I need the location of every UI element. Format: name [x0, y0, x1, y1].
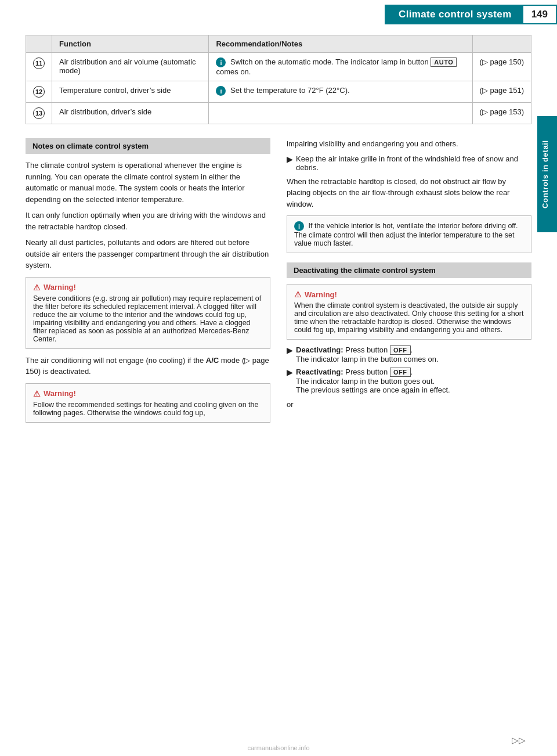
bullet-deact1-content: Deactivating: Press button OFF. The indi… — [296, 345, 439, 363]
warning-text-1: Severe conditions (e.g. strong air pollu… — [33, 294, 261, 343]
sidebar-label: Controls in detail — [537, 116, 557, 232]
bullet-keep-grille: ▶ Keep the air intake grille in front of… — [287, 154, 531, 172]
deact1-text: Press button — [345, 345, 388, 354]
table-row: 13 Air distribution, driver’s side (▷ pa… — [26, 103, 531, 124]
bullet-deactivating: ▶ Deactivating: Press button OFF. The in… — [287, 345, 531, 363]
table-cell-function-12: Temperature control, driver’s side — [52, 81, 209, 103]
table-cell-rec-11: i Switch on the automatic mode. The indi… — [209, 53, 472, 81]
warning-title-1: ⚠ Warning! — [33, 283, 263, 292]
warning-title-deact: ⚠ Warning! — [294, 290, 524, 299]
table-header-recommendation: Recommendation/Notes — [209, 35, 472, 53]
para-4-ac: A/C — [206, 356, 219, 365]
circle-num-13: 13 — [33, 107, 45, 119]
info-icon: i — [216, 86, 226, 96]
rec-text-11: Switch on the automatic mode. The indica… — [230, 57, 429, 66]
deact2-label: Reactivating: — [296, 368, 343, 376]
warning-box-2: ⚠ Warning! Follow the recommended settin… — [26, 383, 270, 423]
warning-box-deact: ⚠ Warning! When the climate control syst… — [287, 284, 531, 340]
rec-text-12: Set the temperature to 72°F (22°C). — [230, 86, 350, 95]
deact2-sub2: The previous settings are once again in … — [296, 386, 450, 394]
or-text: or — [287, 399, 531, 411]
bullet-arrow-1: ▶ — [287, 155, 292, 164]
rec-text-11-end: comes on. — [216, 67, 251, 76]
warning-icon-deact: ⚠ — [294, 290, 302, 299]
table-header-function: Function — [52, 35, 209, 53]
para-2: It can only function optimally when you … — [26, 210, 270, 232]
off-button-label-2: OFF — [390, 368, 411, 377]
table-row: 12 Temperature control, driver’s side i … — [26, 81, 531, 103]
table-cell-num: 12 — [26, 81, 52, 103]
para-retractable: When the retractable hardtop is closed, … — [287, 176, 531, 210]
info-box-ventilate: i If the vehicle interior is hot, ventil… — [287, 215, 531, 253]
left-column: Notes on climate control system The clim… — [26, 138, 270, 429]
table-cell-rec-13 — [209, 103, 472, 124]
table-cell-rec-12: i Set the temperature to 72°F (22°C). — [209, 81, 472, 103]
two-col-section: Notes on climate control system The clim… — [26, 138, 531, 429]
table-cell-num: 11 — [26, 53, 52, 81]
deact1-sub: The indicator lamp in the button comes o… — [296, 355, 439, 363]
table-cell-page-12: (▷ page 151) — [472, 81, 531, 103]
warning-box-1: ⚠ Warning! Severe conditions (e.g. stron… — [26, 277, 270, 349]
warning-title-2: ⚠ Warning! — [33, 389, 263, 398]
watermark: carmanualsonline.info — [0, 744, 557, 751]
page-number: 149 — [522, 5, 557, 24]
notes-heading: Notes on climate control system — [26, 138, 270, 154]
warning-icon-1: ⚠ — [33, 283, 41, 292]
footer-arrows: ▷▷ — [512, 735, 526, 745]
bullet-arrow-deact2: ▶ — [287, 368, 292, 377]
table-cell-page-13: (▷ page 153) — [472, 103, 531, 124]
info-box-text: If the vehicle interior is hot, ventilat… — [294, 222, 518, 247]
para-3: Nearly all dust particles, pollutants an… — [26, 237, 270, 271]
deactivate-heading: Deactivating the climate control system — [287, 262, 531, 278]
right-para-top: impairing visibility and endangering you… — [287, 138, 531, 150]
bullet-deact2-content: Reactivating: Press button OFF. The indi… — [296, 368, 450, 394]
header: Climate control system 149 — [0, 0, 557, 24]
bullet-arrow-deact1: ▶ — [287, 346, 292, 355]
deact1-end: . — [411, 345, 413, 354]
para-4-pre: The air conditioning will not engage (no… — [26, 356, 206, 365]
right-column: impairing visibility and endangering you… — [287, 138, 531, 429]
table-row: 11 Air distribution and air volume (auto… — [26, 53, 531, 81]
auto-button-label: AUTO — [431, 57, 457, 67]
info-icon-ventilate: i — [294, 221, 304, 231]
functions-table: Function Recommendation/Notes 11 Air dis… — [26, 35, 531, 124]
warning-text-2: Follow the recommended settings for heat… — [33, 401, 258, 417]
bullet-reactivating: ▶ Reactivating: Press button OFF. The in… — [287, 368, 531, 394]
table-cell-num: 13 — [26, 103, 52, 124]
bullet-text-1: Keep the air intake grille in front of t… — [296, 154, 531, 172]
table-header-page — [472, 35, 531, 53]
circle-num-12: 12 — [33, 86, 45, 98]
main-content: Function Recommendation/Notes 11 Air dis… — [0, 24, 557, 442]
circle-num-11: 11 — [33, 57, 45, 69]
para-1: The climate control system is operationa… — [26, 160, 270, 205]
table-cell-function-13: Air distribution, driver’s side — [52, 103, 209, 124]
off-button-label-1: OFF — [390, 345, 411, 355]
para-4: The air conditioning will not engage (no… — [26, 355, 270, 377]
deact2-end: . — [411, 368, 413, 376]
table-cell-page-11: (▷ page 150) — [472, 53, 531, 81]
page-title: Climate control system — [385, 5, 522, 24]
table-header-num — [26, 35, 52, 53]
deact2-sub1: The indicator lamp in the button goes ou… — [296, 377, 435, 386]
deact2-text: Press button — [345, 368, 388, 376]
warning-icon-2: ⚠ — [33, 389, 41, 398]
warning-text-deact: When the climate control system is deact… — [294, 301, 523, 334]
header-title-area: Climate control system 149 — [385, 5, 557, 24]
table-cell-function-11: Air distribution and air volume (automat… — [52, 53, 209, 81]
deact1-label: Deactivating: — [296, 345, 343, 354]
info-icon: i — [216, 57, 226, 67]
